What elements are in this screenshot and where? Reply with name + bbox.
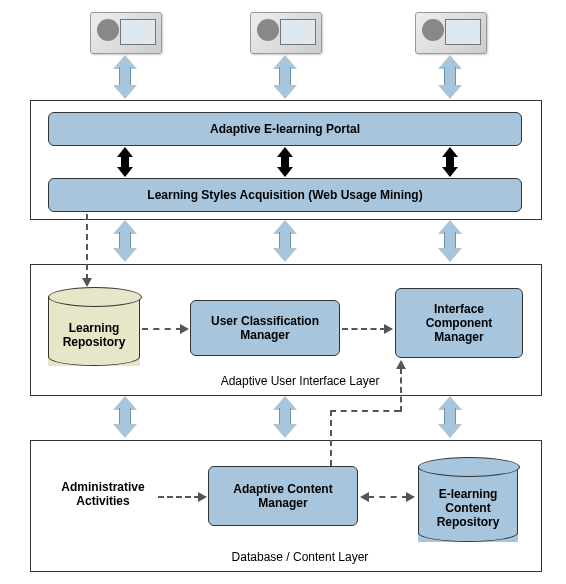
admin-activities-label: Administrative Activities: [48, 480, 158, 508]
dashed-arrow-icon: [330, 410, 400, 412]
arrow-bidir-icon: [113, 220, 137, 262]
arrow-bidir-black-icon: [117, 147, 133, 177]
arrow-bidir-black-icon: [442, 147, 458, 177]
arrowhead-icon: [384, 324, 393, 334]
dashed-arrow-icon: [142, 328, 182, 330]
arrowhead-icon: [82, 278, 92, 287]
learning-repository-cylinder: Learning Repository: [48, 296, 140, 366]
user-icon: [415, 12, 487, 54]
dashed-arrow-icon: [158, 496, 200, 498]
architecture-diagram: Adaptive E-learning Portal Learning Styl…: [0, 0, 566, 584]
arrow-bidir-black-icon: [277, 147, 293, 177]
user-icon: [90, 12, 162, 54]
dashed-arrow-icon: [400, 368, 402, 412]
interface-comp-label: Interface Component Manager: [426, 302, 493, 344]
acquisition-box: Learning Styles Acquisition (Web Usage M…: [48, 178, 522, 212]
arrow-bidir-icon: [438, 220, 462, 262]
portal-box: Adaptive E-learning Portal: [48, 112, 522, 146]
arrowhead-icon: [198, 492, 207, 502]
dashed-arrow-icon: [368, 496, 408, 498]
arrow-bidir-icon: [273, 55, 297, 99]
elearning-repo-cylinder: E-learning Content Repository: [418, 466, 518, 542]
learning-repo-label: Learning Repository: [63, 321, 126, 349]
adaptive-content-box: Adaptive Content Manager: [208, 466, 358, 526]
ui-layer-caption: Adaptive User Interface Layer: [200, 374, 400, 388]
arrowhead-icon: [406, 492, 415, 502]
arrow-bidir-icon: [438, 396, 462, 438]
dashed-arrow-icon: [330, 410, 332, 466]
interface-component-box: Interface Component Manager: [395, 288, 523, 358]
adaptive-content-label: Adaptive Content Manager: [233, 482, 332, 510]
arrow-bidir-icon: [113, 396, 137, 438]
dashed-arrow-icon: [86, 214, 88, 280]
user-class-label: User Classification Manager: [211, 314, 319, 342]
content-layer-caption: Database / Content Layer: [200, 550, 400, 564]
arrowhead-icon: [360, 492, 369, 502]
arrow-bidir-icon: [438, 55, 462, 99]
arrow-bidir-icon: [273, 220, 297, 262]
dashed-arrow-icon: [342, 328, 386, 330]
arrow-bidir-icon: [273, 396, 297, 438]
user-icon: [250, 12, 322, 54]
elearning-repo-label: E-learning Content Repository: [437, 487, 500, 529]
portal-label: Adaptive E-learning Portal: [210, 122, 360, 136]
arrow-bidir-icon: [113, 55, 137, 99]
arrowhead-icon: [180, 324, 189, 334]
user-classification-box: User Classification Manager: [190, 300, 340, 356]
arrowhead-icon: [396, 360, 406, 369]
acquisition-label: Learning Styles Acquisition (Web Usage M…: [147, 188, 422, 202]
